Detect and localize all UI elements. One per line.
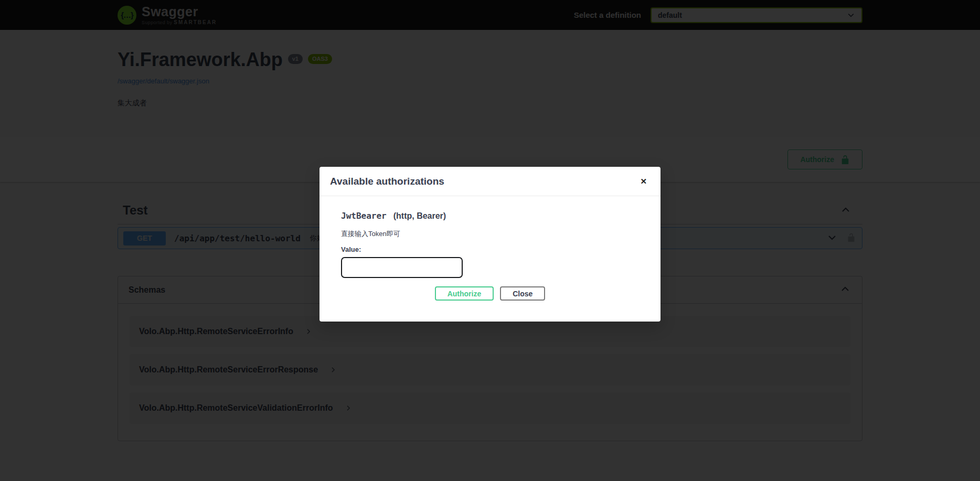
auth-scheme-type: (http, Bearer) — [393, 211, 446, 221]
authorizations-modal: Available authorizations ✕ JwtBearer (ht… — [319, 167, 661, 322]
modal-authorize-button[interactable]: Authorize — [435, 286, 494, 301]
modal-close-button[interactable]: Close — [500, 286, 545, 301]
auth-scheme-name: JwtBearer — [341, 211, 387, 221]
value-label: Value: — [341, 245, 639, 253]
token-value-input[interactable] — [341, 257, 463, 278]
close-icon[interactable]: ✕ — [637, 176, 650, 187]
modal-title: Available authorizations — [330, 176, 444, 187]
auth-description: 直接输入Token即可 — [341, 229, 639, 239]
